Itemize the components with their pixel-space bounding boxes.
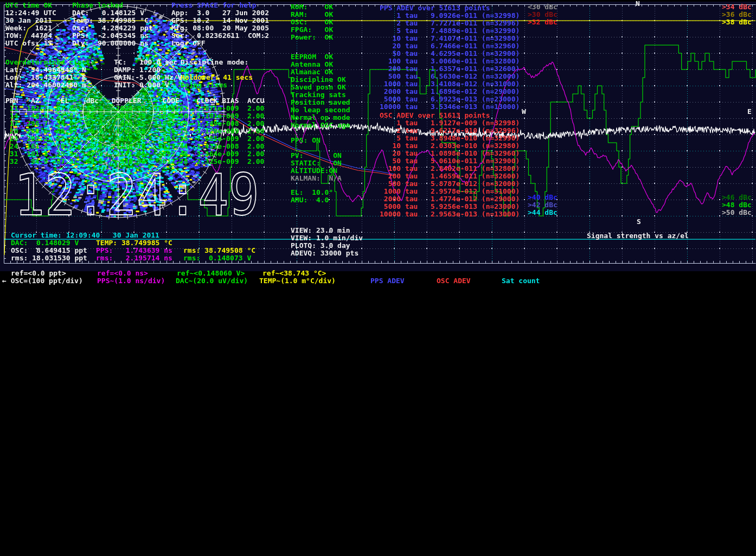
compass-w: W bbox=[522, 108, 526, 116]
doing-fixes: Doing fixes bbox=[181, 81, 227, 89]
view-block: VIEW: 23.0 min VIEW: 1.0 min/div PLOTQ: … bbox=[291, 227, 363, 257]
polar-legend-gt36: >36 dBc bbox=[722, 11, 752, 18]
discipline-mode-label: Discipline mode: bbox=[181, 59, 248, 66]
kalman-block: KALMAN: N/A bbox=[291, 175, 342, 182]
polar-legend-gt44: >44 dBc bbox=[528, 209, 558, 216]
cursor-temp: TEMP: 38.749985 °C bbox=[96, 239, 172, 247]
position-block: Lat: 54.4964948° N Lon: 18.4337841° E Al… bbox=[5, 66, 86, 89]
cursor-osc: OSC: 8.649415 ppt bbox=[11, 247, 87, 254]
cursor-osc-rms: rms: 18.031530 ppt bbox=[11, 254, 87, 262]
utc-block: 12:24:49 UTC 30 Jan 2011 Week: 1621 TOW:… bbox=[5, 9, 56, 47]
selftest-block: ROM: OK RAM: OK OSC: OK FPGA: OK Power: … bbox=[291, 3, 333, 41]
clock-digits: 12:24:49 bbox=[14, 167, 259, 220]
polar-legend-gt34: >34 dBc bbox=[722, 3, 752, 11]
polar-legend-gt32: >32 dBc bbox=[528, 18, 558, 26]
cursor-pps-rms: rms: 2.195714 ns bbox=[96, 254, 172, 262]
scale-dac: DAC~(20.0 uV/div) bbox=[176, 277, 248, 285]
osc-adev-table: 1 tau 1.9127e-009 (n=32998) 2 tau 9.6217… bbox=[380, 119, 520, 218]
compass-n: N bbox=[636, 0, 640, 8]
ref-temp: ref~<38.743 °C> bbox=[262, 270, 326, 277]
osc-adev-title: OSC ADEV over 51613 points bbox=[380, 112, 490, 119]
loop-block: TC: 100.0 sec DAMP: 1.200 GAIN:-5.000 Hz… bbox=[114, 59, 182, 89]
compass-s: S bbox=[637, 218, 641, 226]
phase-block: DAC: 0.148125 V Temp: 38.749985 °C Osc↑ … bbox=[72, 9, 153, 47]
cursor-temp-rms: rms: 38.749508 °C bbox=[183, 247, 255, 254]
polar-legend-gt40: >40 dBc bbox=[528, 194, 558, 201]
od-clock-title: Overdetermined clock bbox=[5, 59, 91, 66]
pps-adev-title: PPS ADEV over 51613 points bbox=[380, 4, 490, 12]
mask-block: EL: 10.0° AMU: 4.0 bbox=[291, 189, 333, 204]
plot-legend-pps-adev: PPS ADEV bbox=[370, 277, 405, 285]
polar-legend-gt46: >46 dBc bbox=[722, 194, 752, 201]
plot-legend-sat-count: Sat count bbox=[502, 277, 540, 285]
help-banner: Press SPACE for help bbox=[171, 2, 257, 9]
compass-e: E bbox=[747, 108, 752, 116]
lady-heather-screen: { "colors": { "green":"#00e800","white":… bbox=[0, 0, 756, 556]
polar-legend-gt48: >48 dBc bbox=[722, 201, 752, 209]
holdover-status: Holdover: 41 secs bbox=[181, 74, 253, 81]
pps-on: PPS: ON bbox=[291, 137, 321, 144]
utc-status: UTC time OK bbox=[5, 2, 52, 9]
scale-temp: TEMP~(1.0 m°C/div) bbox=[259, 277, 336, 285]
polar-caption: Signal strength vs az/el bbox=[587, 232, 689, 240]
polar-legend-gt30: >30 dBc bbox=[528, 11, 558, 18]
polar-legend-gt42: >42 dBc bbox=[528, 201, 558, 209]
scale-osc: ← OSC=(100 ppt/div) bbox=[2, 277, 83, 285]
phase-status: Phase locked bbox=[72, 2, 123, 9]
pps-adev-table: 1 tau 9.0926e-011 (n=32998) 2 tau 7.7271… bbox=[380, 12, 520, 111]
ref-osc: ref=<0.0 ppt> bbox=[11, 270, 66, 277]
cursor-dac: DAC: 0.148029 V bbox=[11, 239, 79, 247]
polar-legend-lt30: <30 dBc bbox=[528, 3, 558, 11]
receiver-status-block: EEPROM OK Antenna OK Almanac OK Discipli… bbox=[291, 53, 350, 129]
cursor-pps: PPS: 1.743639 ns bbox=[96, 247, 172, 254]
ref-pps: ref=<0.0 ns> bbox=[97, 270, 148, 277]
pos-mode-block: PV: ON STATIC: ON ALTITUDE:ON bbox=[291, 152, 342, 175]
cursor-time: Cursor time: 12:09:40 30 Jan 2011 bbox=[11, 232, 159, 239]
plot-legend-osc-adev: OSC ADEV bbox=[437, 277, 471, 285]
sat-table-rows: 11 182.2 57.2↓ 49.3 -2024.93 16045.63 2.… bbox=[5, 105, 264, 165]
big-digital-clock: 12:24:49 bbox=[12, 167, 262, 220]
sat-table-header: PRN °AZ °EL dBc DOPPLER CODE CLOCK BIAS … bbox=[5, 97, 264, 105]
discipline-normal: Normal bbox=[181, 66, 206, 74]
cursor-dac-rms: rms: 0.148073 V bbox=[183, 254, 251, 262]
ref-dac: ref~<0.148060 V> bbox=[177, 270, 245, 277]
polar-legend-gt38: >38 dBc bbox=[722, 18, 752, 26]
scale-pps: PPS~(1.0 ns/div) bbox=[97, 277, 165, 285]
help-block: App: 3.0 27 Jun 2002 GPS: 10.2 14 Nov 20… bbox=[171, 9, 269, 47]
polar-legend-gt50: >50 dBc bbox=[722, 209, 752, 216]
